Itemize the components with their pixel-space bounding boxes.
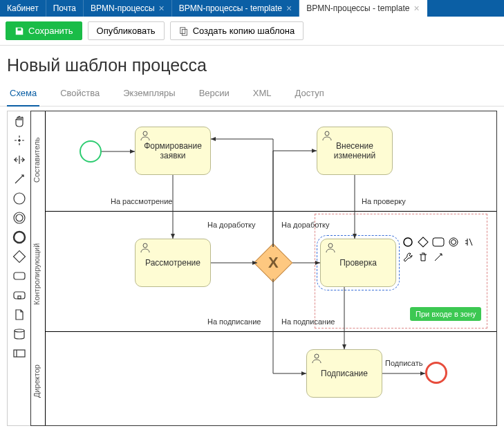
bpmn-canvas[interactable]: Составитель Контролирующий Директор Форм… xyxy=(30,111,497,426)
svg-rect-8 xyxy=(14,272,25,279)
svg-point-6 xyxy=(14,232,25,243)
palette-end-event[interactable] xyxy=(8,228,30,247)
hand-tool[interactable] xyxy=(8,111,30,131)
svg-rect-12 xyxy=(14,350,25,357)
palette-gateway[interactable] xyxy=(8,247,30,266)
svg-rect-9 xyxy=(14,292,25,299)
nav-bpmn[interactable]: BPMN-процессы× xyxy=(84,0,172,17)
palette-data-object[interactable] xyxy=(8,305,30,324)
copy-template-button[interactable]: Создать копию шаблона xyxy=(170,21,304,40)
tab-versions[interactable]: Версии xyxy=(196,81,232,106)
top-nav: Кабинет Почта BPMN-процессы× BPMN-процес… xyxy=(0,0,504,17)
close-icon[interactable]: × xyxy=(413,3,419,14)
connect-tool[interactable] xyxy=(8,169,30,189)
palette-task[interactable] xyxy=(8,266,30,286)
tab-schema[interactable]: Схема xyxy=(7,81,39,107)
lasso-tool[interactable] xyxy=(8,131,30,150)
svg-rect-0 xyxy=(180,27,185,33)
palette-intermediate-event[interactable] xyxy=(8,208,30,228)
nav-mail[interactable]: Почта xyxy=(46,0,84,17)
svg-point-3 xyxy=(14,193,25,204)
save-icon xyxy=(15,26,24,36)
svg-point-5 xyxy=(16,214,23,221)
svg-point-2 xyxy=(19,140,20,141)
close-icon[interactable]: × xyxy=(286,3,292,14)
publish-button[interactable]: Опубликовать xyxy=(88,21,165,40)
save-button[interactable]: Сохранить xyxy=(6,21,82,40)
toolbar: Сохранить Опубликовать Создать копию шаб… xyxy=(0,17,504,46)
diagram-area: Составитель Контролирующий Директор Форм… xyxy=(0,107,504,433)
tab-access[interactable]: Доступ xyxy=(292,81,327,106)
page-title: Новый шаблон процесса xyxy=(0,46,504,81)
palette-subprocess[interactable] xyxy=(8,286,30,305)
connectors xyxy=(31,111,487,426)
palette xyxy=(7,111,30,426)
tab-xml[interactable]: XML xyxy=(250,81,274,106)
svg-rect-10 xyxy=(18,296,21,299)
tab-instances[interactable]: Экземпляры xyxy=(120,81,178,106)
tab-properties[interactable]: Свойства xyxy=(57,81,102,106)
palette-data-store[interactable] xyxy=(8,324,30,344)
close-icon[interactable]: × xyxy=(159,3,165,14)
svg-rect-7 xyxy=(13,251,25,263)
svg-rect-1 xyxy=(182,29,187,35)
nav-bpmn-template-2[interactable]: BPMN-процессы - template× xyxy=(299,0,427,17)
nav-bpmn-template-1[interactable]: BPMN-процессы - template× xyxy=(172,0,299,17)
space-tool[interactable] xyxy=(8,150,30,169)
nav-cabinet[interactable]: Кабинет xyxy=(0,0,46,17)
palette-participant[interactable] xyxy=(8,344,30,363)
copy-icon xyxy=(179,26,189,36)
svg-point-11 xyxy=(15,329,24,332)
content-tabs: Схема Свойства Экземпляры Версии XML Дос… xyxy=(0,81,504,107)
palette-start-event[interactable] xyxy=(8,189,30,208)
